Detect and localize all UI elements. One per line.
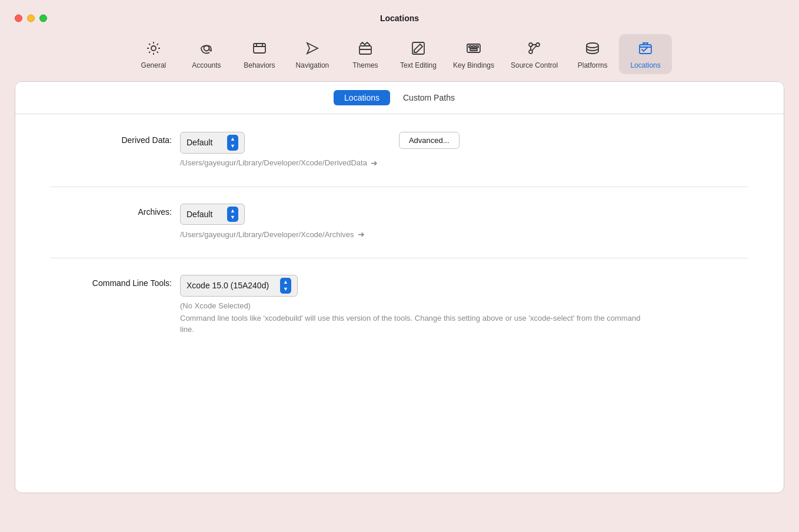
archives-arrows: ▲ ▼ xyxy=(227,207,238,222)
gear-icon xyxy=(144,39,163,58)
derived-data-label: Derived Data: xyxy=(51,132,180,145)
navigation-icon xyxy=(303,39,322,58)
derived-data-arrows: ▲ ▼ xyxy=(227,135,238,151)
svg-point-14 xyxy=(529,43,532,46)
svg-rect-13 xyxy=(470,49,477,51)
toolbar-item-text-editing[interactable]: Text Editing xyxy=(392,34,445,74)
key-bindings-icon xyxy=(464,39,483,58)
svg-rect-9 xyxy=(467,44,480,52)
tab-locations[interactable]: Locations xyxy=(334,90,390,105)
svg-point-1 xyxy=(204,46,209,51)
tab-bar: Locations Custom Paths xyxy=(15,82,784,114)
command-line-tools-select-wrapper: Xcode 15.0 (15A240d) ▲ ▼ xyxy=(180,275,298,297)
themes-label: Themes xyxy=(352,61,378,69)
svg-point-0 xyxy=(151,46,156,51)
separator-1 xyxy=(51,187,748,187)
navigation-label: Navigation xyxy=(296,61,329,69)
archives-label: Archives: xyxy=(51,204,180,217)
svg-point-16 xyxy=(529,50,532,54)
toolbar-item-accounts[interactable]: Accounts xyxy=(180,34,233,74)
derived-data-control: Default ▲ ▼ /Users/gayeugur/Library/Deve… xyxy=(180,132,748,170)
main-window: Locations General Accounts xyxy=(5,7,794,525)
locations-label: Locations xyxy=(630,61,660,69)
svg-rect-2 xyxy=(254,44,265,53)
derived-data-path: /Users/gayeugur/Library/Developer/Xcode/… xyxy=(180,158,378,168)
behaviors-label: Behaviors xyxy=(244,61,275,69)
archives-select-wrapper: Default ▲ ▼ xyxy=(180,204,245,225)
titlebar: Locations xyxy=(5,7,794,29)
separator-2 xyxy=(51,258,748,258)
source-control-icon xyxy=(525,39,544,58)
window-controls xyxy=(15,15,47,22)
toolbar-item-locations[interactable]: Locations xyxy=(619,34,672,74)
platforms-icon xyxy=(583,39,602,58)
toolbar-item-key-bindings[interactable]: Key Bindings xyxy=(445,34,502,74)
key-bindings-label: Key Bindings xyxy=(453,61,494,69)
behaviors-icon xyxy=(250,39,269,58)
toolbar: General Accounts Behaviors xyxy=(5,29,794,81)
archives-path: /Users/gayeugur/Library/Developer/Xcode/… xyxy=(180,230,748,239)
themes-icon xyxy=(356,39,375,58)
maximize-button[interactable] xyxy=(39,15,47,22)
svg-rect-12 xyxy=(476,46,478,48)
toolbar-item-behaviors[interactable]: Behaviors xyxy=(233,34,286,74)
toolbar-item-general[interactable]: General xyxy=(127,34,180,74)
text-editing-label: Text Editing xyxy=(400,61,437,69)
at-icon xyxy=(197,39,216,58)
platforms-label: Platforms xyxy=(578,61,608,69)
minimize-button[interactable] xyxy=(27,15,35,22)
toolbar-item-platforms[interactable]: Platforms xyxy=(566,34,619,74)
no-xcode-hint: (No Xcode Selected) xyxy=(180,301,748,310)
derived-data-arrow-icon: ➜ xyxy=(371,158,378,168)
archives-arrow-icon: ➜ xyxy=(358,230,365,239)
svg-point-15 xyxy=(536,43,540,46)
tab-custom-paths[interactable]: Custom Paths xyxy=(392,90,465,105)
toolbar-item-themes[interactable]: Themes xyxy=(339,34,392,74)
general-label: General xyxy=(141,61,167,69)
advanced-button[interactable]: Advanced... xyxy=(399,132,460,149)
svg-rect-10 xyxy=(469,46,471,48)
svg-point-17 xyxy=(587,43,598,48)
svg-rect-6 xyxy=(359,46,371,54)
command-line-tools-select[interactable]: Xcode 15.0 (15A240d) ▲ ▼ xyxy=(180,275,298,297)
derived-data-select[interactable]: Default ▲ ▼ xyxy=(180,132,245,154)
command-line-tools-label: Command Line Tools: xyxy=(51,275,180,288)
locations-panel: Derived Data: Default ▲ ▼ xyxy=(15,114,784,370)
toolbar-item-navigation[interactable]: Navigation xyxy=(286,34,339,74)
archives-row: Archives: Default ▲ ▼ /Users/gayeugur/Li… xyxy=(51,204,748,242)
window-title: Locations xyxy=(380,14,419,23)
derived-data-row: Derived Data: Default ▲ ▼ xyxy=(51,132,748,170)
archives-control: Default ▲ ▼ /Users/gayeugur/Library/Deve… xyxy=(180,204,748,242)
text-editing-icon xyxy=(409,39,428,58)
derived-data-select-wrapper: Default ▲ ▼ xyxy=(180,132,245,154)
accounts-label: Accounts xyxy=(192,61,221,69)
command-line-description: Command line tools like 'xcodebuild' wil… xyxy=(180,312,651,335)
command-line-tools-row: Command Line Tools: Xcode 15.0 (15A240d)… xyxy=(51,275,748,335)
source-control-label: Source Control xyxy=(511,61,558,69)
command-line-tools-arrows: ▲ ▼ xyxy=(280,278,291,294)
svg-rect-11 xyxy=(472,46,475,48)
archives-select[interactable]: Default ▲ ▼ xyxy=(180,204,245,225)
locations-icon xyxy=(636,39,655,58)
command-line-tools-control: Xcode 15.0 (15A240d) ▲ ▼ (No Xcode Selec… xyxy=(180,275,748,335)
content-area: Locations Custom Paths Derived Data: Def… xyxy=(15,81,784,493)
close-button[interactable] xyxy=(15,15,22,22)
toolbar-item-source-control[interactable]: Source Control xyxy=(502,34,566,74)
